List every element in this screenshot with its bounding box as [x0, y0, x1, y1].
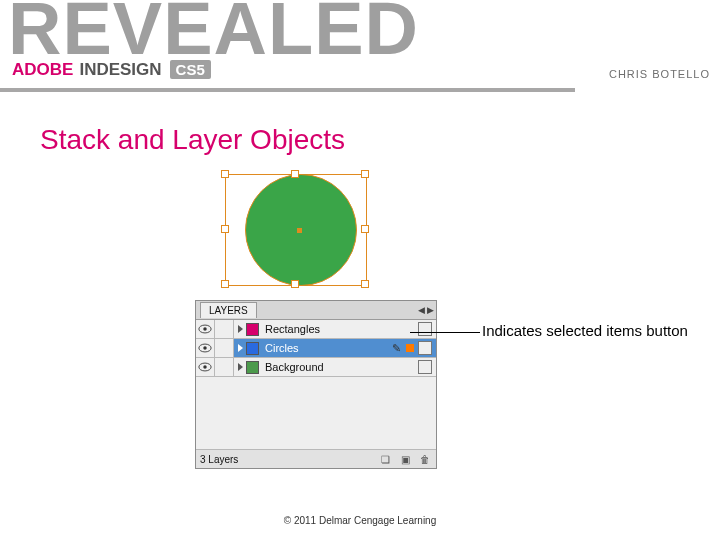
layer-row[interactable]: Rectangles — [196, 320, 436, 339]
svg-point-3 — [203, 346, 207, 350]
eye-icon — [198, 362, 212, 372]
layer-color-swatch — [246, 361, 259, 374]
panel-empty-area — [196, 377, 436, 450]
layer-name: Rectangles — [263, 323, 418, 335]
new-layer-icon[interactable]: ▣ — [398, 452, 412, 466]
disclosure-triangle-icon[interactable] — [238, 363, 243, 371]
brand-version: CS5 — [170, 60, 211, 79]
handle-icon — [361, 280, 369, 288]
layer-target-box[interactable] — [418, 322, 432, 336]
panel-collapse-controls: ◀ ▶ — [418, 305, 436, 315]
visibility-toggle[interactable] — [196, 358, 215, 376]
disclosure-triangle-icon[interactable] — [238, 344, 243, 352]
layer-row[interactable]: Circles ✎ — [196, 339, 436, 358]
layer-row[interactable]: Background — [196, 358, 436, 377]
layer-color-swatch — [246, 323, 259, 336]
selected-object-illustration — [215, 170, 375, 290]
handle-icon — [221, 280, 229, 288]
page-icon[interactable]: ❏ — [378, 452, 392, 466]
layer-name: Background — [263, 361, 418, 373]
layer-target-box[interactable] — [418, 360, 432, 374]
callout-leader-line — [410, 332, 480, 333]
handle-icon — [221, 225, 229, 233]
svg-point-5 — [203, 365, 207, 369]
product-line: ADOBE INDESIGN CS5 — [12, 60, 211, 80]
brand-adobe: ADOBE — [12, 60, 73, 80]
handle-icon — [291, 280, 299, 288]
author-name: CHRIS BOTELLO — [609, 68, 710, 80]
layer-count-label: 3 Layers — [200, 454, 238, 465]
disclosure-triangle-icon[interactable] — [238, 325, 243, 333]
handle-icon — [361, 225, 369, 233]
panel-collapse-left-icon[interactable]: ◀ — [418, 305, 425, 315]
trash-icon[interactable]: 🗑 — [418, 452, 432, 466]
visibility-toggle[interactable] — [196, 320, 215, 338]
lock-toggle[interactable] — [215, 339, 234, 357]
lock-toggle[interactable] — [215, 320, 234, 338]
lock-toggle[interactable] — [215, 358, 234, 376]
layer-rows: Rectangles Circles ✎ Background — [196, 320, 436, 377]
layers-tab[interactable]: LAYERS — [200, 302, 257, 318]
selected-items-indicator[interactable] — [406, 344, 414, 352]
handle-icon — [221, 170, 229, 178]
layer-color-swatch — [246, 342, 259, 355]
layers-panel: LAYERS ◀ ▶ Rectangles Circles ✎ — [195, 300, 437, 469]
panel-footer: 3 Layers ❏ ▣ 🗑 — [196, 450, 436, 468]
pen-icon: ✎ — [390, 342, 402, 354]
handle-icon — [291, 170, 299, 178]
eye-icon — [198, 324, 212, 334]
layer-name: Circles — [263, 342, 390, 354]
brand-product: INDESIGN — [79, 60, 161, 80]
layer-target-box[interactable] — [418, 341, 432, 355]
brand-header: REVEALED ADOBE INDESIGN CS5 CHRIS BOTELL… — [0, 0, 720, 106]
slide-title: Stack and Layer Objects — [40, 124, 345, 156]
callout-label: Indicates selected items button — [482, 322, 688, 339]
svg-point-1 — [203, 327, 207, 331]
copyright-footer: © 2011 Delmar Cengage Learning — [0, 515, 720, 526]
panel-tab-bar: LAYERS ◀ ▶ — [196, 301, 436, 320]
handle-icon — [361, 170, 369, 178]
selection-center-icon — [297, 228, 302, 233]
header-rule — [0, 88, 575, 92]
visibility-toggle[interactable] — [196, 339, 215, 357]
eye-icon — [198, 343, 212, 353]
panel-collapse-right-icon[interactable]: ▶ — [427, 305, 434, 315]
